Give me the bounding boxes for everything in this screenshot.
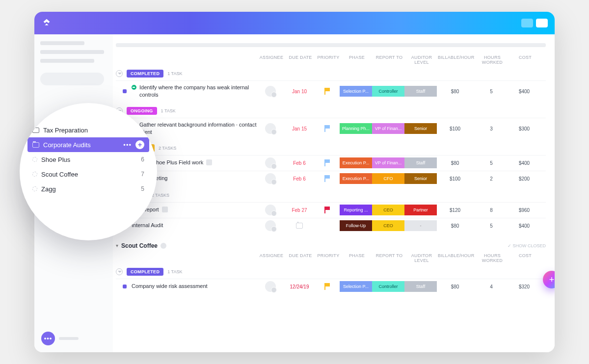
clickup-logo-icon[interactable] bbox=[41, 18, 52, 28]
show-closed-toggle[interactable]: ✓ SHOW CLOSED bbox=[508, 243, 546, 248]
cost[interactable]: $400 bbox=[509, 223, 539, 229]
auditor-level-tag[interactable]: Senior bbox=[404, 123, 437, 134]
assignee-avatar[interactable] bbox=[265, 86, 276, 97]
report-to-tag[interactable]: VP of Finan... bbox=[372, 123, 404, 134]
billable-rate[interactable]: $80 bbox=[437, 223, 473, 229]
hours-worked[interactable]: 8 bbox=[473, 208, 509, 213]
due-date[interactable]: Jan 15 bbox=[284, 126, 315, 131]
priority-flag-icon[interactable] bbox=[324, 88, 330, 95]
group-header[interactable]: COMPLETED 1 TASK bbox=[116, 266, 546, 279]
due-date[interactable]: Feb 27 bbox=[284, 208, 315, 213]
phase-tag[interactable]: Execution P... bbox=[340, 173, 372, 184]
task-status-icon bbox=[132, 85, 136, 90]
phase-tag[interactable]: Follow-Up bbox=[340, 220, 372, 231]
sidebar-list-item[interactable]: Scout Coffee7 bbox=[27, 167, 149, 182]
cost[interactable]: $400 bbox=[509, 160, 539, 166]
hours-worked[interactable]: 5 bbox=[473, 160, 509, 166]
hours-worked[interactable]: 5 bbox=[473, 89, 509, 94]
billable-rate[interactable]: $80 bbox=[437, 89, 473, 94]
task-row[interactable]: Execute Shoe Plus Field work Feb 6 Execu… bbox=[116, 155, 546, 171]
sidebar-list-item[interactable]: Shoe Plus6 bbox=[27, 152, 149, 167]
task-row[interactable]: Company wide risk assessment 12/24/19 Se… bbox=[116, 279, 546, 294]
group-header[interactable]: OPEN 2 TASKS bbox=[116, 189, 546, 202]
group-header[interactable]: ONGOING 1 TASK bbox=[116, 105, 546, 118]
task-title[interactable]: Internal Audit bbox=[132, 219, 257, 232]
assignee-avatar[interactable] bbox=[265, 220, 276, 231]
report-to-tag[interactable]: Controller bbox=[372, 86, 404, 97]
cost[interactable]: $200 bbox=[509, 176, 539, 182]
report-to-tag[interactable]: Controller bbox=[372, 281, 404, 292]
task-row[interactable]: Final report Feb 27 Reporting ... CEO Pa… bbox=[116, 202, 546, 218]
group-header[interactable]: COMPLETED 1 TASK bbox=[116, 68, 546, 80]
auditor-level-tag[interactable]: Senior bbox=[404, 173, 437, 184]
task-title[interactable]: Gather relevant background information ·… bbox=[132, 118, 257, 139]
subtask-icon[interactable] bbox=[162, 207, 168, 212]
phase-tag[interactable]: Selection P... bbox=[340, 281, 372, 292]
add-button[interactable]: + bbox=[135, 140, 144, 149]
auditor-level-tag[interactable]: Staff bbox=[404, 86, 437, 97]
priority-flag-icon[interactable] bbox=[324, 207, 330, 213]
report-to-tag[interactable]: VP of Finan... bbox=[372, 157, 404, 168]
cost[interactable]: $960 bbox=[509, 208, 539, 213]
phase-tag[interactable]: Selection P... bbox=[340, 86, 372, 97]
hours-worked[interactable]: 4 bbox=[473, 284, 509, 289]
hours-worked[interactable]: 5 bbox=[473, 223, 509, 229]
more-icon[interactable]: ••• bbox=[123, 141, 132, 149]
assignee-avatar[interactable] bbox=[265, 205, 276, 215]
sidebar-list-item[interactable]: Zagg5 bbox=[27, 182, 149, 196]
folder-icon bbox=[32, 128, 39, 133]
priority-flag-icon[interactable] bbox=[324, 283, 330, 290]
cost[interactable]: $320 bbox=[509, 284, 539, 289]
due-date[interactable]: 12/24/19 bbox=[284, 284, 315, 289]
due-date[interactable]: Feb 6 bbox=[284, 160, 315, 166]
chat-fab[interactable]: ••• bbox=[41, 332, 55, 345]
report-to-tag[interactable]: CEO bbox=[372, 220, 404, 231]
due-date[interactable]: Feb 6 bbox=[284, 176, 315, 182]
auditor-level-tag[interactable]: Partner bbox=[404, 205, 437, 215]
task-row[interactable]: Internal Audit Follow-Up CEO - $80 5 $40… bbox=[116, 218, 546, 234]
billable-rate[interactable]: $80 bbox=[437, 160, 473, 166]
report-to-tag[interactable]: CFO bbox=[372, 173, 404, 184]
auditor-level-tag[interactable]: Staff bbox=[404, 157, 437, 168]
priority-flag-icon[interactable] bbox=[324, 159, 330, 166]
report-to-tag[interactable]: CEO bbox=[372, 205, 404, 215]
assignee-avatar[interactable] bbox=[265, 157, 276, 168]
task-title[interactable]: Final report bbox=[132, 203, 257, 216]
billable-rate[interactable]: $120 bbox=[437, 208, 473, 213]
assignee-avatar[interactable] bbox=[265, 123, 276, 134]
assignee-avatar[interactable] bbox=[265, 281, 276, 292]
cost[interactable]: $300 bbox=[509, 126, 539, 131]
due-date[interactable]: Jan 10 bbox=[284, 89, 315, 94]
assignee-avatar[interactable] bbox=[265, 173, 276, 184]
cost[interactable]: $400 bbox=[509, 89, 539, 94]
collapse-icon[interactable] bbox=[116, 268, 123, 275]
priority-flag-icon[interactable] bbox=[324, 125, 330, 132]
billable-rate[interactable]: $100 bbox=[437, 176, 473, 182]
billable-rate[interactable]: $80 bbox=[437, 284, 473, 289]
calendar-icon[interactable] bbox=[296, 223, 303, 229]
sidebar-folder-item[interactable]: Corporate Audits•••+ bbox=[27, 137, 149, 152]
billable-rate[interactable]: $100 bbox=[437, 126, 473, 131]
phase-tag[interactable]: Reporting ... bbox=[340, 205, 372, 215]
hours-worked[interactable]: 3 bbox=[473, 126, 509, 131]
auditor-level-tag[interactable]: - bbox=[404, 220, 437, 231]
sidebar-search[interactable] bbox=[40, 73, 104, 85]
section-header[interactable]: ▾ Scout Coffee ✓ SHOW CLOSED bbox=[116, 242, 546, 249]
task-row[interactable]: Gather relevant background information ·… bbox=[116, 118, 546, 139]
hours-worked[interactable]: 2 bbox=[473, 176, 509, 182]
info-icon[interactable] bbox=[161, 243, 166, 249]
collapse-icon[interactable] bbox=[116, 70, 123, 77]
task-row[interactable]: Identify where the company has weak inte… bbox=[116, 80, 546, 102]
priority-flag-icon[interactable] bbox=[324, 175, 330, 182]
topbar-button-2[interactable] bbox=[536, 19, 548, 27]
task-title[interactable]: Identify where the company has weak inte… bbox=[132, 81, 257, 102]
topbar-button-1[interactable] bbox=[521, 19, 533, 27]
subtask-icon[interactable] bbox=[206, 159, 212, 165]
auditor-level-tag[interactable]: Staff bbox=[404, 281, 437, 292]
task-row[interactable]: Status meeting Feb 6 Execution P... CFO … bbox=[116, 171, 546, 186]
phase-tag[interactable]: Execution P... bbox=[340, 157, 372, 168]
sidebar-folder-item[interactable]: Tax Preparation bbox=[27, 123, 149, 137]
phase-tag[interactable]: Planning Ph... bbox=[340, 123, 372, 134]
task-title[interactable]: Company wide risk assessment bbox=[132, 280, 257, 293]
group-header[interactable]: UP NEXT 2 TASKS bbox=[116, 142, 546, 155]
